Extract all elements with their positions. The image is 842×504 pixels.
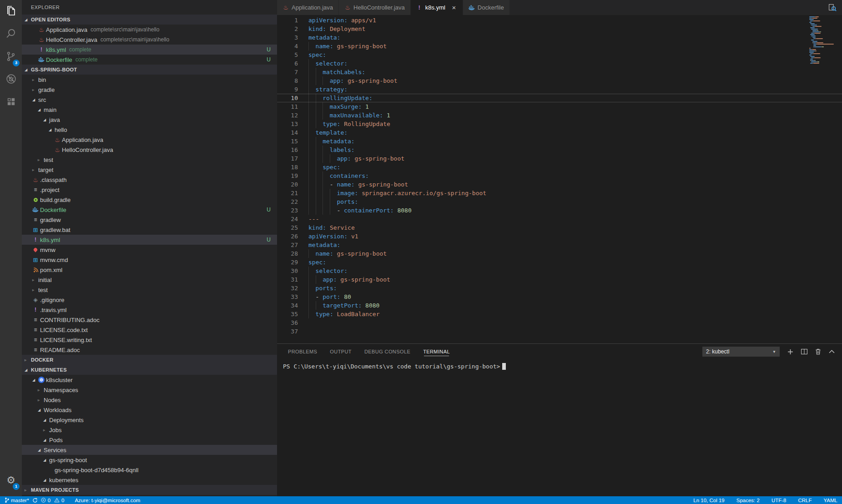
tab-HelloController.java[interactable]: ♨HelloController.java <box>339 0 411 15</box>
tree-item[interactable]: ◢Services <box>22 445 277 455</box>
activity-search-button[interactable] <box>0 23 22 45</box>
tree-item[interactable]: ⊞gradlew.bat <box>22 225 277 235</box>
tree-item[interactable]: ◢hello <box>22 125 277 135</box>
panel-tab-output[interactable]: OUTPUT <box>330 344 352 359</box>
tree-item[interactable]: ≡gradlew <box>22 215 277 225</box>
tree-item[interactable]: ◢Pods <box>22 435 277 445</box>
code-line[interactable]: 30selector: <box>277 267 842 275</box>
tree-item[interactable]: ≡LICENSE.writing.txt <box>22 335 277 345</box>
minimap[interactable] <box>809 16 837 67</box>
code-line[interactable]: 19containers: <box>277 171 842 180</box>
tree-item[interactable]: gs-spring-boot-d7d458b94-6qnll <box>22 465 277 475</box>
tree-item[interactable]: ≡CONTRIBUTING.adoc <box>22 315 277 325</box>
sync-button[interactable] <box>32 498 38 503</box>
tree-item[interactable]: pom.xml <box>22 265 277 275</box>
cursor-position[interactable]: Ln 10, Col 19 <box>693 498 724 503</box>
code-line[interactable]: 8app: gs-spring-boot <box>277 76 842 85</box>
terminal-select[interactable]: 2: kubectl ▼ <box>702 347 780 357</box>
code-line[interactable]: 36 <box>277 318 842 327</box>
problems-indicator[interactable]: 0 0 <box>41 498 65 503</box>
panel-tab-terminal[interactable]: TERMINAL <box>423 344 450 359</box>
code-line[interactable]: 20- name: gs-spring-boot <box>277 180 842 189</box>
code-line[interactable]: 25kind: Service <box>277 223 842 232</box>
section-header-project[interactable]: ◢ GS-SPRING-BOOT <box>22 65 277 75</box>
close-icon[interactable]: × <box>451 4 457 11</box>
code-line[interactable]: 21image: springacr.azurecr.io/gs-spring-… <box>277 189 842 197</box>
tree-item[interactable]: ⊞mvnw.cmd <box>22 255 277 265</box>
eol-setting[interactable]: CRLF <box>798 498 812 503</box>
code-line[interactable]: 37 <box>277 327 842 336</box>
indentation-setting[interactable]: Spaces: 2 <box>736 498 760 503</box>
code-line[interactable]: 14template: <box>277 128 842 137</box>
tree-item[interactable]: ◢gs-spring-boot <box>22 455 277 465</box>
open-editor-item[interactable]: ♨HelloController.javacomplete\src\main\j… <box>22 35 277 45</box>
code-line[interactable]: 3metadata: <box>277 33 842 42</box>
tree-item[interactable]: !k8s.ymlU <box>22 235 277 245</box>
tree-item[interactable]: ◢Deployments <box>22 415 277 425</box>
tree-item[interactable]: ▹Nodes <box>22 395 277 405</box>
tree-item[interactable]: ◈.gitignore <box>22 295 277 305</box>
tree-item[interactable]: ▹test <box>22 155 277 165</box>
tree-item[interactable]: DockerfileU <box>22 205 277 215</box>
code-line[interactable]: 26apiVersion: v1 <box>277 232 842 241</box>
settings-button[interactable]: ⚙ 1 <box>0 469 22 492</box>
code-line[interactable]: 12maxUnavailable: 1 <box>277 111 842 120</box>
tree-item[interactable]: ▹gradle <box>22 85 277 95</box>
code-line[interactable]: 10rollingUpdate: <box>277 94 842 102</box>
tab-k8s.yml[interactable]: !k8s.yml× <box>411 0 463 15</box>
code-line[interactable]: 27metadata: <box>277 241 842 249</box>
tree-item[interactable]: ◢☸k8scluster <box>22 375 277 385</box>
tree-item[interactable]: ≡.project <box>22 185 277 195</box>
code-line[interactable]: 24--- <box>277 215 842 223</box>
code-line[interactable]: 15metadata: <box>277 137 842 146</box>
activity-files-button[interactable] <box>0 0 22 23</box>
code-line[interactable]: 23- containerPort: 8080 <box>277 206 842 215</box>
open-editor-item[interactable]: DockerfilecompleteU <box>22 55 277 65</box>
tree-item[interactable]: ▹initial <box>22 275 277 285</box>
code-line[interactable]: 11maxSurge: 1 <box>277 102 842 111</box>
code-line[interactable]: 1apiVersion: apps/v1 <box>277 16 842 25</box>
code-line[interactable]: 28name: gs-spring-boot <box>277 249 842 258</box>
code-line[interactable]: 9strategy: <box>277 85 842 94</box>
tree-item[interactable]: ◢src <box>22 95 277 105</box>
tree-item[interactable]: ≡README.adoc <box>22 345 277 355</box>
tree-item[interactable]: ▹Jobs <box>22 425 277 435</box>
activity-debug-button[interactable] <box>0 68 22 91</box>
code-line[interactable]: 35type: LoadBalancer <box>277 310 842 318</box>
tree-item[interactable]: ♨Application.java <box>22 135 277 145</box>
tree-item[interactable]: ◢main <box>22 105 277 115</box>
encoding-setting[interactable]: UTF-8 <box>771 498 787 503</box>
code-line[interactable]: 4name: gs-spring-boot <box>277 42 842 50</box>
code-line[interactable]: 16labels: <box>277 146 842 154</box>
activity-extensions-button[interactable] <box>0 91 22 114</box>
code-line[interactable]: 5spec: <box>277 50 842 59</box>
tree-item[interactable]: ▹Namespaces <box>22 385 277 395</box>
code-line[interactable]: 7matchLabels: <box>277 68 842 76</box>
tree-item[interactable]: ≡LICENSE.code.txt <box>22 325 277 335</box>
tree-item[interactable]: ▹test <box>22 285 277 295</box>
code-line[interactable]: 22ports: <box>277 197 842 206</box>
terminal-output[interactable]: PS C:\Users\t-yiqi\Documents\vs code tut… <box>277 359 842 370</box>
panel-tab-debug-console[interactable]: DEBUG CONSOLE <box>364 344 410 359</box>
tree-item[interactable]: ▹bin <box>22 75 277 85</box>
code-line[interactable]: 31app: gs-spring-boot <box>277 275 842 284</box>
open-editor-item[interactable]: !k8s.ymlcompleteU <box>22 45 277 55</box>
azure-account[interactable]: Azure: t-yiqi@microsoft.com <box>75 498 140 503</box>
code-line[interactable]: 29spec: <box>277 258 842 267</box>
section-header-kubernetes[interactable]: ◢ KUBERNETES <box>22 365 277 375</box>
git-branch-indicator[interactable]: master* <box>5 497 29 503</box>
code-line[interactable]: 33- port: 80 <box>277 292 842 301</box>
split-terminal-icon[interactable] <box>801 349 807 354</box>
code-editor[interactable]: 1apiVersion: apps/v12kind: Deployment3me… <box>277 15 842 343</box>
maximize-panel-icon[interactable] <box>829 350 835 353</box>
section-header-maven[interactable]: ▹ MAVEN PROJECTS <box>22 485 277 495</box>
code-line[interactable]: 6selector: <box>277 59 842 68</box>
tree-item[interactable]: !.travis.yml <box>22 305 277 315</box>
tree-item[interactable]: ▹target <box>22 165 277 175</box>
section-header-docker[interactable]: ▹ DOCKER <box>22 355 277 365</box>
panel-tab-problems[interactable]: PROBLEMS <box>288 344 317 359</box>
new-terminal-icon[interactable] <box>787 349 793 355</box>
language-mode[interactable]: YAML <box>824 498 837 503</box>
activity-source-control-button[interactable]: 3 <box>0 45 22 68</box>
tree-item[interactable]: ♨HelloController.java <box>22 145 277 155</box>
